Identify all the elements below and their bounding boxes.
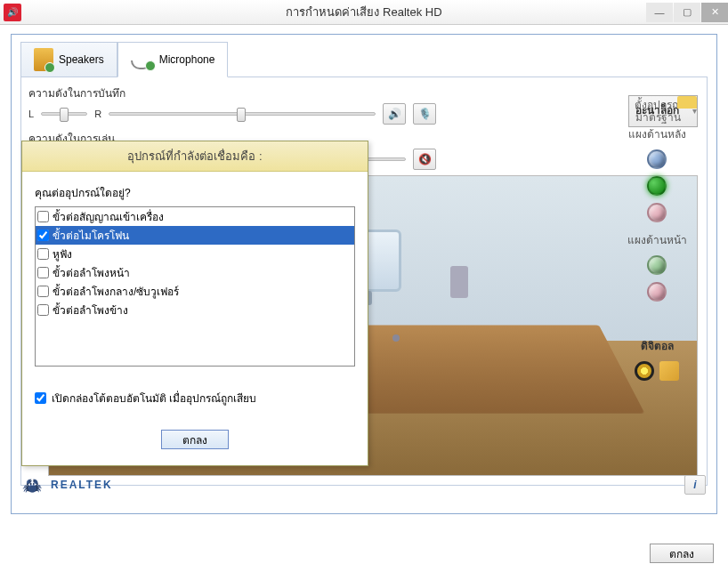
maximize-button[interactable]: ▢ — [674, 3, 700, 22]
dialog-question: คุณต่ออุปกรณ์ใดอยู่? — [35, 184, 355, 201]
device-option-label: หูฟัง — [53, 246, 72, 262]
digital-title: ดิจิตอล — [613, 337, 700, 354]
front-panel-label: แผงด้านหน้า — [613, 231, 700, 248]
dialog-ok-button[interactable]: ตกลง — [161, 430, 229, 449]
tab-microphone[interactable]: Microphone — [117, 42, 229, 77]
digital-optical-icon[interactable] — [659, 361, 679, 381]
tab-speakers[interactable]: Speakers — [20, 42, 117, 77]
balance-l: L — [28, 109, 34, 119]
device-option-checkbox[interactable] — [37, 211, 49, 222]
tab-speakers-label: Speakers — [59, 53, 104, 66]
jack-rear-pink[interactable] — [647, 203, 667, 222]
device-listbox[interactable]: ขั้วต่อสัญญาณเข้าเครื่องขั้วต่อไมโครโฟนห… — [35, 206, 355, 367]
auto-popup-label: เปิดกล่องโต้ตอบอัตโนมัติ เมื่ออุปกรณ์ถูก… — [52, 390, 256, 407]
device-option[interactable]: หูฟัง — [36, 245, 354, 263]
jack-rear-green[interactable] — [647, 176, 667, 196]
rear-panel-label: แผงด้านหลัง — [613, 125, 700, 142]
auto-popup-checkbox[interactable] — [35, 392, 46, 404]
device-option-label: ขั้วต่อลำโพงข้าง — [53, 302, 128, 318]
connectors-sidebar: อะนาล็อก แผงด้านหลัง แผงด้านหน้า ดิจิตอล — [608, 93, 706, 460]
recording-volume-label: ความดังในการบันทึก — [28, 85, 700, 101]
speaker-right-graphic — [450, 266, 468, 298]
device-tabs: Speakers Microphone — [12, 35, 716, 77]
mic-graphic — [392, 334, 400, 342]
jack-front-pink[interactable] — [647, 282, 667, 302]
microphone-icon — [131, 50, 154, 69]
playback-listen-button[interactable]: 🔊 — [383, 103, 406, 125]
brand-text: REALTEK — [51, 479, 113, 491]
main-ok-button[interactable]: ตกลง — [650, 544, 714, 563]
device-option-label: ขั้วต่อลำโพงหน้า — [53, 264, 130, 281]
device-connected-dialog: อุปกรณ์ที่กำลังต่อเชื่อมคือ : คุณต่ออุปก… — [21, 141, 368, 466]
close-button[interactable]: ✕ — [701, 3, 728, 22]
device-option[interactable]: ขั้วต่อลำโพงกลาง/ซับวูเฟอร์ — [36, 282, 354, 301]
device-option-checkbox[interactable] — [37, 267, 49, 278]
device-option-checkbox[interactable] — [37, 304, 49, 316]
device-option-checkbox[interactable] — [37, 230, 49, 241]
mic-boost-button[interactable]: 🎙️ — [413, 103, 436, 125]
device-option-label: ขั้วต่อสัญญาณเข้าเครื่อง — [53, 208, 164, 225]
device-option[interactable]: ขั้วต่อไมโครโฟน — [36, 226, 354, 245]
mute-button[interactable]: 🔇 — [413, 149, 436, 170]
realtek-logo: REALTEK — [22, 476, 113, 494]
device-option-label: ขั้วต่อลำโพงกลาง/ซับวูเฟอร์ — [53, 283, 179, 300]
device-option[interactable]: ขั้วต่อลำโพงหน้า — [36, 263, 354, 282]
balance-r: R — [94, 109, 101, 119]
volume-icon: 🔊 — [4, 4, 21, 21]
realtek-crab-icon — [22, 476, 45, 494]
recording-volume-slider[interactable] — [109, 112, 376, 116]
balance-slider[interactable] — [41, 112, 87, 116]
jack-front-green[interactable] — [647, 255, 667, 275]
info-button[interactable]: i — [684, 475, 706, 495]
window-buttons: — ▢ ✕ — [645, 3, 728, 22]
footer: REALTEK i — [22, 467, 706, 503]
titlebar: 🔊 การกำหนดค่าเสียง Realtek HD — ▢ ✕ — [0, 0, 728, 25]
tab-microphone-label: Microphone — [159, 53, 215, 66]
window-title: การกำหนดค่าเสียง Realtek HD — [286, 3, 441, 21]
dialog-title: อุปกรณ์ที่กำลังต่อเชื่อมคือ : — [22, 141, 368, 172]
jack-rear-blue[interactable] — [647, 149, 667, 169]
speakers-icon — [34, 48, 53, 71]
device-option-checkbox[interactable] — [37, 248, 49, 260]
folder-icon[interactable] — [677, 96, 697, 109]
device-option-checkbox[interactable] — [37, 286, 49, 297]
digital-coax-icon[interactable] — [635, 361, 654, 381]
device-option-label: ขั้วต่อไมโครโฟน — [53, 227, 129, 244]
device-option[interactable]: ขั้วต่อสัญญาณเข้าเครื่อง — [36, 207, 354, 226]
minimize-button[interactable]: — — [646, 3, 673, 22]
device-option[interactable]: ขั้วต่อลำโพงข้าง — [36, 301, 354, 319]
